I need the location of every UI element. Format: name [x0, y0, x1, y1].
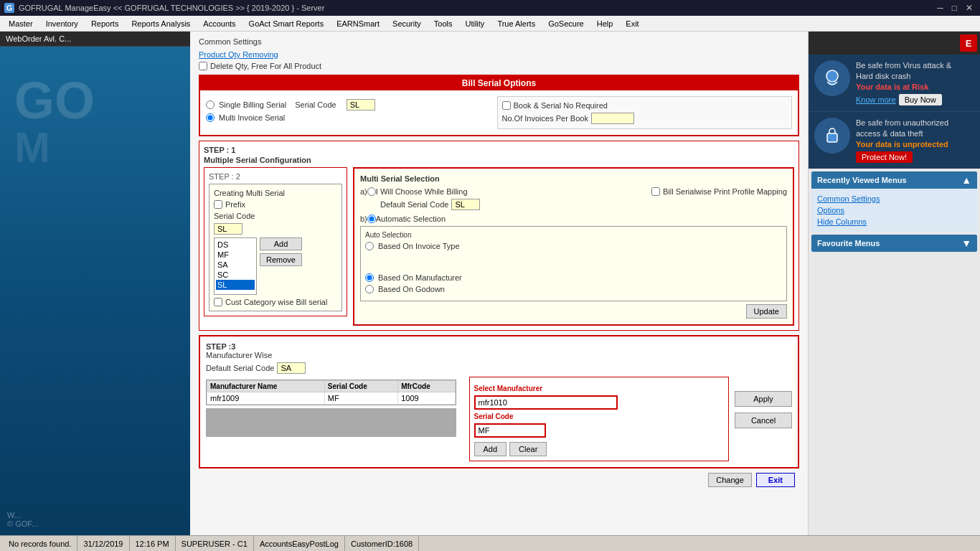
- recently-viewed-section: Recently Viewed Menus ▲ Common Settings …: [811, 171, 977, 232]
- default-serial-input[interactable]: [451, 199, 480, 210]
- gosecure-text1a: Be safe from Virus attack &: [856, 60, 951, 71]
- apply-button[interactable]: Apply: [735, 391, 792, 407]
- step1-label: STEP : 1: [204, 146, 794, 154]
- maximize-button[interactable]: □: [949, 3, 960, 13]
- cancel-button[interactable]: Cancel: [735, 413, 792, 428]
- manufacturer-table-area: Manufacturer Name Serial Code MfrCode mf…: [206, 377, 456, 437]
- menu-inventory[interactable]: Inventory: [40, 18, 84, 29]
- bill-serialwise-checkbox[interactable]: [651, 187, 660, 196]
- step1-title: Multiple Serial Configuration: [204, 156, 794, 164]
- godown-radio[interactable]: [365, 285, 374, 293]
- clear-button3[interactable]: Clear: [509, 442, 547, 456]
- default-serial-code-input3[interactable]: [277, 362, 306, 374]
- panel-title: Common Settings: [199, 37, 799, 46]
- ms-a-label: a): [360, 187, 367, 196]
- book-serial-checkbox[interactable]: [502, 101, 511, 110]
- auto-selection-box: Auto Selection Based On Invoice Type Bas…: [360, 226, 787, 301]
- status-customer-id: CustomerID:1608: [345, 536, 419, 551]
- close-button[interactable]: ✕: [963, 3, 976, 13]
- change-button[interactable]: Change: [708, 473, 752, 487]
- single-billing-label: Single Billing Serial: [219, 100, 286, 109]
- invoices-per-book-input[interactable]: [591, 113, 634, 124]
- remove-serial-button[interactable]: Remove: [260, 253, 302, 266]
- auto-selection-title: Auto Selection: [365, 231, 782, 239]
- menu-tools[interactable]: Tools: [428, 18, 458, 29]
- rv-item-options[interactable]: Options: [817, 204, 971, 216]
- multi-invoice-radio[interactable]: [206, 113, 215, 122]
- rv-item-common-settings[interactable]: Common Settings: [817, 193, 971, 204]
- status-time: 12:16 PM: [130, 536, 176, 551]
- minimize-button[interactable]: ─: [934, 3, 946, 13]
- left-panel: WebOrder Avl. C... GO M W... © GOF...: [0, 32, 190, 535]
- right-panel: E Be safe from Virus attack & Hard disk …: [808, 32, 980, 535]
- automatic-selection-radio[interactable]: [367, 215, 376, 223]
- invoice-type-radio[interactable]: [365, 242, 374, 250]
- gosecure-text2a: Be safe from unauthorized: [856, 118, 948, 128]
- serial-code-input3[interactable]: [474, 423, 546, 438]
- choose-while-billing-radio[interactable]: [367, 187, 376, 196]
- select-manufacturer-input[interactable]: [474, 395, 618, 410]
- left-bottom-text2: © GOF...: [7, 519, 38, 528]
- bill-serial-box: Bill Serial Options Single Billing Seria…: [199, 75, 799, 136]
- menu-gosecure[interactable]: GoSecure: [542, 18, 590, 29]
- favourite-menus-title: Favourite Menus: [817, 239, 880, 248]
- protect-now-button[interactable]: Protect Now!: [856, 151, 913, 163]
- menu-help[interactable]: Help: [591, 18, 619, 29]
- menu-reports[interactable]: Reports: [85, 18, 125, 29]
- serial-item-ds[interactable]: DS: [216, 240, 255, 250]
- update-button[interactable]: Update: [746, 304, 787, 319]
- prefix-checkbox[interactable]: [214, 200, 222, 209]
- menu-accounts[interactable]: Accounts: [197, 18, 241, 29]
- serial-item-sl[interactable]: SL: [216, 280, 255, 290]
- cust-category-checkbox[interactable]: [214, 298, 222, 306]
- manufacturer-radio[interactable]: [365, 273, 374, 282]
- status-bar: No records found. 31/12/2019 12:16 PM SU…: [0, 535, 980, 551]
- menu-true-alerts[interactable]: True Alerts: [491, 18, 541, 29]
- manufacturer-table: Manufacturer Name Serial Code MfrCode mf…: [207, 380, 456, 405]
- serial-item-mf[interactable]: MF: [216, 250, 255, 260]
- serial-code-input[interactable]: [347, 99, 375, 110]
- step1-box: STEP : 1 Multiple Serial Configuration S…: [199, 141, 799, 331]
- recently-viewed-collapse[interactable]: ▲: [961, 174, 971, 186]
- title-bar: G GOFRUGAL ManageEasy << GOFRUGAL TECHNO…: [0, 0, 980, 16]
- title-bar-text: GOFRUGAL ManageEasy << GOFRUGAL TECHNOLO…: [19, 4, 324, 12]
- product-qty-link[interactable]: Product Qty Removing: [199, 50, 278, 59]
- status-log: AccountsEasyPostLog: [254, 536, 345, 551]
- add-serial-button[interactable]: Add: [260, 237, 302, 250]
- single-billing-radio[interactable]: [206, 100, 215, 109]
- creating-multi-serial-group: Creating Multi Serial Prefix Serial Code: [209, 184, 342, 311]
- table-row[interactable]: mfr1009 MF 1009: [207, 392, 456, 405]
- app-icon: G: [4, 3, 14, 13]
- cust-category-label: Cust Category wise Bill serial: [225, 298, 327, 306]
- serial-item-sc[interactable]: SC: [216, 270, 255, 280]
- invoice-type-label: Based On Invoice Type: [378, 242, 460, 250]
- exit-button[interactable]: Exit: [756, 473, 795, 487]
- table-footer-area: [206, 408, 456, 437]
- menu-exit[interactable]: Exit: [620, 18, 644, 29]
- unprotected-text: Your data is unprotected: [856, 140, 948, 149]
- creating-multi-serial-title: Creating Multi Serial: [214, 189, 337, 197]
- step2-serial-code-input[interactable]: [214, 223, 242, 235]
- delete-qty-label: Delete Qty, Free For All Product: [210, 62, 321, 70]
- buy-now-button[interactable]: Buy Now: [899, 94, 942, 105]
- favourite-menus-collapse[interactable]: ▼: [961, 237, 971, 249]
- invoices-per-book-label: No.Of Invoices Per Book: [502, 114, 588, 123]
- default-serial-label: Default Serial Code: [380, 200, 448, 209]
- serial-item-sa[interactable]: SA: [216, 260, 255, 270]
- menu-security[interactable]: Security: [387, 18, 427, 29]
- menu-utility[interactable]: Utility: [459, 18, 490, 29]
- serial-list[interactable]: DS MF SA SC SL: [214, 237, 257, 295]
- status-date: 31/12/2019: [77, 536, 129, 551]
- menu-earnsmart[interactable]: EARNSmart: [331, 18, 385, 29]
- menu-master[interactable]: Master: [3, 18, 39, 29]
- automatic-selection-label: Automatic Selection: [376, 215, 446, 223]
- know-more-link[interactable]: Know more: [856, 95, 896, 104]
- delete-qty-checkbox[interactable]: [199, 62, 207, 70]
- choose-while-billing-label: I Will Choose While Billing: [376, 187, 468, 196]
- menu-goact[interactable]: GoAct Smart Reports: [243, 18, 330, 29]
- rv-item-hide-columns[interactable]: Hide Columns: [817, 216, 971, 227]
- add-button3[interactable]: Add: [474, 442, 507, 456]
- svg-rect-1: [827, 133, 837, 142]
- menu-reports-analysis[interactable]: Reports Analysis: [126, 18, 196, 29]
- col-serial-code: Serial Code: [324, 381, 397, 392]
